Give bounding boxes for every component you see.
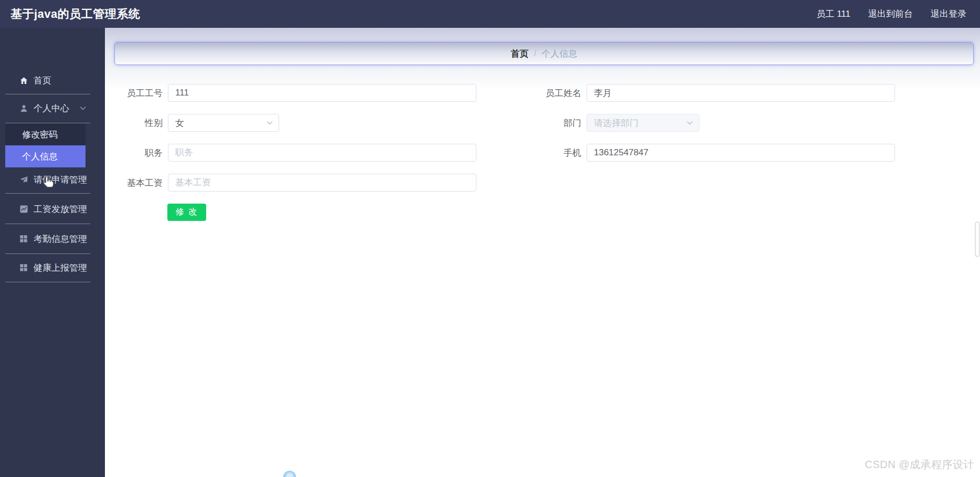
- top-header: 基于java的员工管理系统 员工 111 退出到前台 退出登录: [0, 0, 980, 28]
- chevron-down-icon: [687, 121, 693, 125]
- sidebar-item-leave-management[interactable]: 请假申请管理: [0, 167, 105, 192]
- app-title: 基于java的员工管理系统: [10, 6, 140, 22]
- sidebar-item-label: 工资发放管理: [34, 203, 87, 215]
- chevron-down-icon: [80, 177, 86, 182]
- form-row: 性别 女 部门 请选择部门: [105, 114, 980, 132]
- chevron-down-icon: [80, 106, 86, 110]
- form-row: 员工工号 员工姓名: [105, 84, 980, 102]
- main-content: 首页 / 个人信息 员工工号 员工姓名 性别 女: [105, 28, 980, 477]
- submenu-item-personal-info[interactable]: 个人信息: [5, 145, 86, 167]
- grid-icon: [19, 263, 28, 272]
- exit-to-front-link[interactable]: 退出到前台: [868, 8, 913, 20]
- department-label: 部门: [542, 117, 587, 129]
- phone-input[interactable]: [587, 144, 895, 162]
- scrollbar-thumb[interactable]: [975, 222, 979, 257]
- phone-field-group: 手机: [542, 144, 980, 162]
- sidebar-divider: [5, 282, 90, 282]
- employee-name-input[interactable]: [587, 84, 895, 102]
- department-select-placeholder: 请选择部门: [594, 117, 638, 129]
- position-label: 职务: [105, 147, 168, 159]
- submenu-item-change-password[interactable]: 修改密码: [5, 123, 86, 145]
- chevron-down-icon: [80, 266, 86, 270]
- chevron-down-icon: [267, 121, 273, 125]
- employee-id-input[interactable]: [168, 84, 476, 102]
- employee-name-label: 员工姓名: [542, 87, 587, 99]
- employee-id-label: 员工工号: [105, 87, 168, 99]
- breadcrumb-current: 个人信息: [541, 48, 577, 60]
- sidebar-item-label: 个人中心: [34, 102, 69, 114]
- form-row: 基本工资: [105, 174, 980, 192]
- user-icon: [19, 103, 28, 113]
- modify-button[interactable]: 修 改: [167, 204, 206, 221]
- home-icon: [19, 76, 28, 85]
- sidebar-item-label: 健康上报管理: [34, 262, 87, 274]
- csdn-watermark: CSDN @成承程序设计: [865, 458, 974, 472]
- sidebar-divider: [5, 94, 90, 94]
- grid-icon: [19, 234, 28, 243]
- sidebar: 首页 个人中心 修改密码 个人信息 请假申请管理: [0, 28, 105, 477]
- chevron-down-icon: [80, 207, 86, 211]
- sidebar-item-label: 首页: [34, 75, 51, 87]
- breadcrumb-home[interactable]: 首页: [511, 48, 529, 60]
- breadcrumb: 首页 / 个人信息: [114, 42, 974, 65]
- employee-name-field-group: 员工姓名: [542, 84, 980, 102]
- sidebar-divider: [5, 193, 90, 194]
- logout-link[interactable]: 退出登录: [931, 8, 966, 20]
- sidebar-item-home[interactable]: 首页: [0, 68, 105, 92]
- gender-select-value: 女: [175, 117, 184, 129]
- breadcrumb-separator: /: [534, 48, 537, 59]
- gender-select[interactable]: 女: [168, 114, 279, 132]
- header-user-label[interactable]: 员工 111: [816, 8, 850, 20]
- sidebar-item-attendance-management[interactable]: 考勤信息管理: [0, 226, 105, 252]
- personal-center-submenu: 修改密码 个人信息: [5, 123, 86, 167]
- chart-icon: [19, 204, 28, 214]
- position-field-group: 职务: [105, 144, 542, 162]
- chevron-down-icon: [80, 237, 86, 241]
- employee-id-field-group: 员工工号: [105, 84, 542, 102]
- send-icon: [19, 175, 28, 184]
- base-salary-field-group: 基本工资: [105, 174, 542, 192]
- header-actions: 员工 111 退出到前台 退出登录: [816, 8, 966, 20]
- gender-field-group: 性别 女: [105, 114, 542, 132]
- sidebar-item-label: 考勤信息管理: [34, 233, 87, 245]
- gender-label: 性别: [105, 117, 168, 129]
- sidebar-item-label: 请假申请管理: [34, 174, 87, 186]
- position-input[interactable]: [168, 144, 476, 162]
- base-salary-input[interactable]: [168, 174, 476, 192]
- department-select[interactable]: 请选择部门: [587, 114, 699, 132]
- department-field-group: 部门 请选择部门: [542, 114, 980, 132]
- sidebar-divider: [5, 224, 90, 224]
- sidebar-item-personal-center[interactable]: 个人中心: [0, 96, 105, 120]
- base-salary-label: 基本工资: [105, 177, 168, 189]
- phone-label: 手机: [542, 147, 587, 159]
- form-actions: 修 改: [167, 204, 980, 221]
- app-window: 基于java的员工管理系统 员工 111 退出到前台 退出登录 首页 个人中心: [0, 0, 980, 477]
- form-row: 职务 手机: [105, 144, 980, 162]
- sidebar-item-salary-management[interactable]: 工资发放管理: [0, 196, 105, 222]
- sidebar-divider: [5, 253, 90, 254]
- sidebar-item-health-report-management[interactable]: 健康上报管理: [0, 255, 105, 280]
- personal-info-form: 员工工号 员工姓名 性别 女: [105, 84, 980, 221]
